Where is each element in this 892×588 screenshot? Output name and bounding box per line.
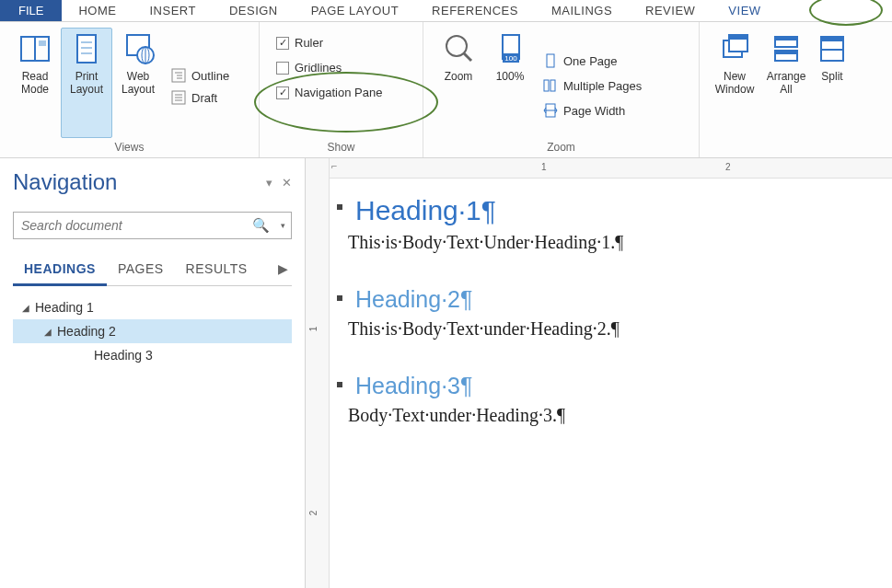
search-icon[interactable]: 🔍 [247,217,275,234]
horizontal-ruler[interactable]: ⌐ 1 2 [330,158,892,179]
zoom-group-label: Zoom [433,138,689,157]
doc-heading-2: Heading·2¶ [355,286,874,313]
svg-rect-35 [775,51,797,54]
new-window-label: New Window [711,70,759,97]
tree-heading-1[interactable]: ◢Heading 1 [13,295,292,319]
doc-heading-1: Heading·1¶ [355,195,874,226]
multiple-pages-button[interactable]: Multiple Pages [541,77,643,94]
hundred-percent-button[interactable]: 100 100% [484,28,536,138]
format-mark-icon [337,382,342,387]
file-tab[interactable]: FILE [0,0,62,21]
show-group-label: Show [269,138,413,157]
zoom-label: Zoom [445,70,473,83]
outline-icon [171,68,186,83]
navpane-dropdown-icon[interactable]: ▾ [266,176,272,190]
book-icon [18,31,52,66]
print-layout-button[interactable]: Print Layout [61,28,112,138]
tab-review[interactable]: REVIEW [629,0,712,21]
tree-heading-3[interactable]: Heading 3 [13,343,292,367]
outline-label: Outline [191,69,229,83]
tab-mailings[interactable]: MAILINGS [535,0,629,21]
navtab-results[interactable]: RESULTS [175,256,259,285]
hundred-label: 100% [496,70,525,83]
split-label: Split [821,70,842,83]
tab-page-layout[interactable]: PAGE LAYOUT [295,0,415,21]
navtab-scroll-right-icon[interactable]: ▶ [274,256,293,285]
page-width-label: Page Width [563,104,625,118]
headings-tree: ◢Heading 1 ◢Heading 2 Heading 3 [13,295,292,367]
gridlines-checkbox[interactable]: Gridlines [274,60,408,75]
checkbox-icon [276,62,289,75]
split-icon [816,31,849,66]
navpane-tabs: HEADINGS PAGES RESULTS ▶ [13,256,292,286]
page-width-icon [543,103,558,118]
split-button[interactable]: Split [812,28,852,138]
doc-para-1: This·is·Body·Text·Under·Heading·1.¶ [348,232,874,253]
multiple-pages-label: Multiple Pages [563,79,642,93]
tab-home[interactable]: HOME [62,0,133,21]
tree-heading-2-label: Heading 2 [57,324,116,339]
one-page-button[interactable]: One Page [541,52,643,69]
svg-rect-33 [775,37,797,40]
draft-icon [171,90,186,105]
read-mode-button[interactable]: Read Mode [9,28,61,138]
tab-insert[interactable]: INSERT [133,0,212,21]
doc-para-2: This·is·Body·Text·under·Heading·2.¶ [348,318,874,340]
vruler-mark-1: 1 [308,327,319,332]
document-body[interactable]: Heading·1¶ This·is·Body·Text·Under·Headi… [330,179,892,443]
window-group-label [709,138,883,157]
svg-text:100: 100 [504,54,517,63]
tree-heading-2[interactable]: ◢Heading 2 [13,319,292,343]
svg-rect-26 [550,80,555,91]
arrange-all-icon [770,31,803,66]
search-box[interactable]: 🔍 ▾ [13,212,292,239]
new-window-icon [718,31,751,66]
arrange-all-label: Arrange All [762,70,810,97]
tab-design[interactable]: DESIGN [213,0,295,21]
one-page-icon [543,53,558,68]
group-views: Read Mode Print Layout Web Layout Outlin… [0,22,260,157]
hruler-mark-2: 2 [725,162,731,172]
navigation-title: Navigation [13,169,117,195]
ruler-checkbox[interactable]: ✓ Ruler [274,35,408,51]
tab-view[interactable]: VIEW [712,0,777,21]
ruler-corner-icon: ⌐ [331,160,337,171]
draft-button[interactable]: Draft [169,89,231,106]
doc-heading-3: Heading·3¶ [355,373,874,399]
svg-rect-24 [547,54,554,67]
document-area: 1 2 ⌐ 1 2 Heading·1¶ This·is·Body·Text·U… [306,158,892,588]
globe-icon [122,31,155,66]
checkbox-icon: ✓ [276,37,289,50]
hruler-mark-1: 1 [541,162,547,172]
navigation-pane: Navigation ▾ ✕ 🔍 ▾ HEADINGS PAGES RESULT… [0,158,306,588]
ribbon-tabs: FILE HOME INSERT DESIGN PAGE LAYOUT REFE… [0,0,892,22]
group-zoom: Zoom 100 100% One Page Multiple Pages Pa… [423,22,700,157]
draft-label: Draft [191,91,217,105]
tree-heading-3-label: Heading 3 [94,348,153,363]
outline-button[interactable]: Outline [169,67,231,84]
new-window-button[interactable]: New Window [709,28,760,138]
navtab-pages[interactable]: PAGES [107,256,175,285]
navtab-headings[interactable]: HEADINGS [13,256,107,286]
vertical-ruler[interactable]: 1 2 [306,158,330,588]
web-layout-button[interactable]: Web Layout [112,28,164,138]
navpane-close-icon[interactable]: ✕ [282,176,292,190]
svg-line-20 [464,53,471,61]
svg-rect-31 [729,35,747,40]
search-dropdown-icon[interactable]: ▾ [275,221,291,230]
navigation-pane-checkbox[interactable]: ✓ Navigation Pane [274,85,408,100]
search-input[interactable] [14,218,247,233]
tab-references[interactable]: REFERENCES [415,0,535,21]
navigation-pane-label: Navigation Pane [295,86,382,99]
page-100-icon: 100 [493,31,527,66]
page-width-button[interactable]: Page Width [541,102,643,119]
zoom-button[interactable]: Zoom [433,28,484,138]
views-group-label: Views [9,138,249,157]
checkbox-icon: ✓ [276,86,289,99]
svg-point-19 [446,36,467,56]
ribbon: Read Mode Print Layout Web Layout Outlin… [0,22,892,158]
format-mark-icon [337,295,342,301]
content-area: Navigation ▾ ✕ 🔍 ▾ HEADINGS PAGES RESULT… [0,158,892,588]
arrange-all-button[interactable]: Arrange All [760,28,812,138]
group-window: New Window Arrange All Split [700,22,892,157]
